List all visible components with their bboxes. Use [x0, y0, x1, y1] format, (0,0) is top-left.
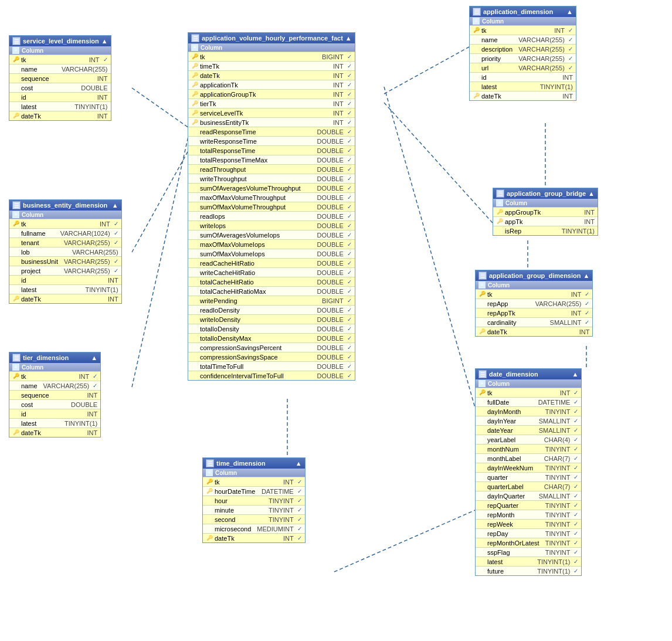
column-name: repQuarter: [487, 502, 539, 509]
table-row: repMonthOrLatestTINYINT✓: [476, 538, 581, 547]
sort-icon[interactable]: ▲: [572, 371, 579, 378]
sort-icon[interactable]: ▲: [91, 354, 97, 361]
check-mark-icon: ✓: [585, 310, 589, 316]
column-section-header: ≡Column: [188, 43, 355, 52]
column-type: DOUBLE: [317, 250, 344, 257]
column-name: compressionSavingsPercent: [200, 344, 311, 351]
check-mark-icon: ✓: [93, 373, 97, 379]
column-type: INT: [333, 82, 344, 89]
column-section-header: ≡Column: [476, 281, 592, 289]
check-mark-icon: ✓: [347, 307, 352, 313]
spacer-icon: [191, 165, 199, 173]
column-name: latest: [487, 558, 531, 565]
check-mark-icon: ✓: [347, 110, 352, 116]
column-section-icon: ≡: [12, 364, 19, 371]
primary-key-icon: 🔑: [478, 290, 486, 298]
sort-icon[interactable]: ▲: [345, 35, 352, 42]
spacer-icon: [191, 278, 199, 286]
sort-icon[interactable]: ▲: [112, 202, 118, 209]
table-row: sequenceINT: [9, 390, 100, 399]
svg-line-9: [334, 510, 475, 572]
column-section-label: Column: [215, 470, 237, 476]
table-date_dimension: ☰date_dimension▲≡Column🔑tkINT✓fullDateDA…: [475, 368, 582, 576]
column-name: writeCacheHitRatio: [200, 269, 311, 276]
column-name: hour: [215, 497, 263, 504]
sort-icon[interactable]: ▲: [566, 8, 573, 15]
table-row: 🔑tkBIGINT✓: [188, 52, 355, 61]
svg-line-4: [384, 103, 493, 223]
spacer-icon: [478, 445, 486, 453]
check-mark-icon: ✓: [585, 319, 589, 325]
table-row: readThroughputDOUBLE✓: [188, 164, 355, 174]
table-row: repAppVARCHAR(255)✓: [476, 299, 592, 308]
column-name: dayInYear: [487, 418, 533, 425]
column-type: SMALLINT: [550, 319, 582, 326]
table-row: 🔑businessEntityTkINT✓: [188, 117, 355, 127]
column-type: INT: [560, 389, 571, 396]
table-row: projectVARCHAR(255)✓: [9, 266, 121, 275]
check-mark-icon: ✓: [347, 354, 352, 360]
spacer-icon: [206, 525, 213, 533]
column-section-icon: ≡: [12, 211, 19, 218]
sort-icon[interactable]: ▲: [588, 190, 595, 197]
check-mark-icon: ✓: [347, 288, 352, 294]
table-row: idINT: [9, 409, 100, 418]
column-type: INT: [97, 94, 108, 101]
sort-icon[interactable]: ▲: [583, 272, 589, 279]
table-row: 🔑appGroupTkINT: [493, 207, 598, 216]
column-type: DOUBLE: [317, 128, 344, 135]
foreign-key-icon: 🔑: [12, 429, 20, 436]
column-type: CHAR(7): [544, 455, 571, 462]
table-row: 🔑timeTkINT✓: [188, 61, 355, 70]
column-name: sumOfAveragesVolumeIops: [200, 232, 311, 239]
table-row: confidenceIntervalTimeToFullDOUBLE✓: [188, 371, 355, 380]
table-row: 🔑dateTkINT: [9, 294, 121, 303]
spacer-icon: [12, 286, 20, 293]
column-type: DATETIME: [262, 488, 294, 495]
check-mark-icon: ✓: [347, 63, 352, 69]
column-type: TINYINT(1): [74, 103, 107, 110]
check-mark-icon: ✓: [93, 382, 97, 389]
column-type: DOUBLE: [317, 204, 344, 211]
check-mark-icon: ✓: [114, 221, 118, 227]
column-type: DOUBLE: [317, 147, 344, 154]
column-section-icon: ≡: [12, 47, 19, 54]
check-mark-icon: ✓: [114, 230, 118, 236]
check-mark-icon: ✓: [573, 511, 578, 518]
column-name: totalResponseTimeMax: [200, 157, 311, 164]
table-row: monthLabelCHAR(7)✓: [476, 453, 581, 463]
table-row: 🔑tkINT✓: [476, 289, 592, 299]
table-row: 🔑dateTkINT: [476, 327, 592, 336]
foreign-key-icon: 🔑: [206, 534, 213, 542]
column-name: totalIoDensityMax: [200, 335, 311, 342]
column-name: dayInMonth: [487, 408, 539, 415]
primary-key-icon: 🔑: [478, 389, 486, 396]
column-type: DOUBLE: [317, 194, 344, 201]
column-type: TINYINT: [545, 464, 571, 472]
column-name: id: [21, 277, 102, 284]
table-row: latestTINYINT(1): [470, 82, 576, 91]
spacer-icon: [191, 269, 199, 276]
table-row: readResponseTimeDOUBLE✓: [188, 127, 355, 136]
column-name: dateTk: [21, 113, 91, 120]
column-section-header: ≡Column: [476, 379, 581, 388]
sort-icon[interactable]: ▲: [296, 460, 302, 467]
er-canvas: ☰service_level_dimension▲≡Column🔑tkINT✓n…: [0, 0, 672, 641]
sort-icon[interactable]: ▲: [101, 38, 108, 45]
spacer-icon: [12, 93, 20, 101]
table-row: writeIopsDOUBLE✓: [188, 221, 355, 230]
foreign-key-icon: 🔑: [191, 100, 199, 107]
column-name: hourDateTime: [215, 488, 256, 495]
column-type: INT: [87, 429, 97, 436]
check-mark-icon: ✓: [573, 568, 578, 574]
column-name: latest: [21, 103, 69, 110]
check-mark-icon: ✓: [347, 213, 352, 219]
column-type: DOUBLE: [317, 175, 344, 182]
table-title: application_group_bridge: [507, 190, 586, 197]
column-name: id: [481, 74, 556, 81]
column-name: timeTk: [200, 63, 327, 70]
spacer-icon: [478, 464, 486, 472]
column-type: TINYINT(1): [562, 228, 595, 235]
column-section-label: Column: [488, 381, 510, 387]
column-name: tk: [481, 27, 548, 34]
